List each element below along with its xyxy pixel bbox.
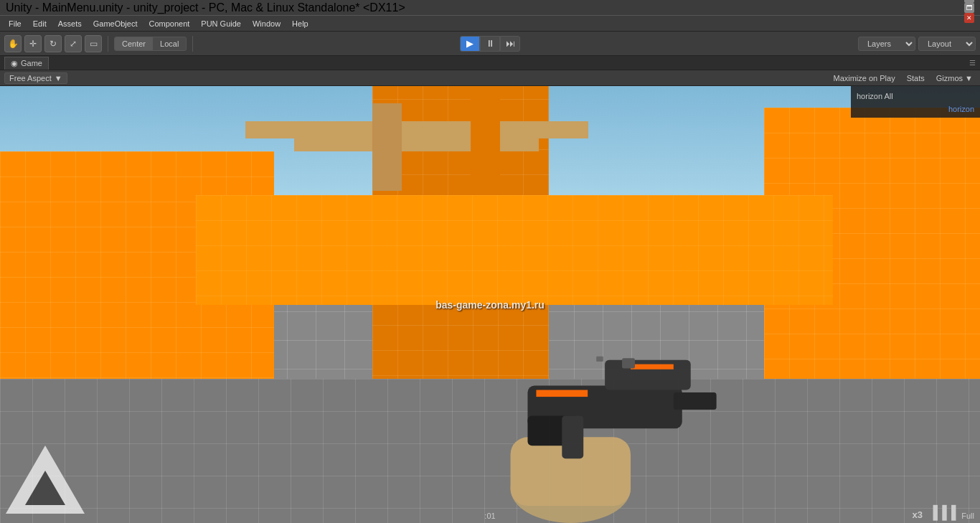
title-bar: Unity - MainMenu.unity - unity_project -… (0, 0, 980, 16)
maximize-button[interactable]: 🗖 (964, 3, 974, 13)
horizon-link[interactable]: horizon (851, 103, 980, 115)
pivot-group: Center Local (114, 37, 187, 51)
menu-component[interactable]: Component (143, 18, 195, 29)
svg-rect-10 (597, 357, 604, 362)
toolbar: ✋ ✛ ↻ ⤢ ▭ Center Local ▶ ⏸ ⏭ Layers Layo… (0, 32, 980, 56)
title-text: Unity - MainMenu.unity - unity_project -… (6, 1, 405, 14)
layout-dropdown[interactable]: Layout (918, 37, 976, 51)
unity-logo (6, 446, 92, 517)
minimize-button[interactable]: 🗕 (964, 0, 974, 3)
menu-help[interactable]: Help (286, 18, 314, 29)
play-controls: ▶ ⏸ ⏭ (460, 36, 520, 52)
menu-window[interactable]: Window (247, 18, 286, 29)
gizmos-btn[interactable]: Gizmos ▼ (933, 73, 976, 83)
toolbar-sep-1 (108, 36, 108, 52)
beam-h1 (245, 121, 588, 138)
horizon-all-row: horizon All (851, 89, 980, 103)
game-tab-label: Game (21, 59, 42, 67)
svg-rect-5 (537, 390, 588, 397)
menu-pun-guide[interactable]: PUN Guide (195, 18, 247, 29)
layers-dropdown[interactable]: Layers (858, 37, 915, 51)
rect-tool-button[interactable]: ▭ (85, 35, 102, 52)
svg-rect-8 (562, 415, 584, 458)
gizmos-arrow: ▼ (965, 74, 973, 83)
beam-v1 (372, 103, 402, 191)
menu-file[interactable]: File (3, 18, 27, 29)
bars-icon: ▐▐▐ (928, 505, 956, 520)
center-button[interactable]: Center (115, 37, 153, 50)
aspect-arrow: ▼ (55, 74, 62, 83)
toolbar-right: Layers Layout (858, 37, 976, 51)
move-tool-button[interactable]: ✛ (24, 35, 42, 52)
aspect-dropdown[interactable]: Free Aspect ▼ (4, 72, 67, 84)
local-button[interactable]: Local (153, 37, 186, 50)
game-toolbar-right: Maximize on Play Stats Gizmos ▼ (830, 73, 976, 83)
weapon-view (392, 283, 783, 523)
stats-btn[interactable]: Stats (904, 73, 928, 83)
game-tab[interactable]: ◉ Game (4, 57, 49, 70)
beam-v2 (471, 86, 500, 195)
menu-edit[interactable]: Edit (27, 18, 52, 29)
game-tab-icon: ◉ (11, 59, 18, 68)
bottom-right-area: x3 ▐▐▐ Full (913, 505, 974, 520)
menu-bar: File Edit Assets GameObject Component PU… (0, 16, 980, 32)
panel-options-icon[interactable]: ☰ (969, 59, 976, 67)
step-button[interactable]: ⏭ (500, 36, 520, 52)
play-button[interactable]: ▶ (460, 36, 480, 52)
aspect-label: Free Aspect (9, 74, 52, 83)
game-toolbar: Free Aspect ▼ Maximize on Play Stats Giz… (0, 70, 980, 86)
svg-rect-7 (674, 392, 717, 410)
maximize-on-play-btn[interactable]: Maximize on Play (830, 73, 897, 83)
game-panel-header: ◉ Game ☰ (0, 56, 980, 70)
bottom-counter: :01 (484, 512, 495, 520)
pause-button[interactable]: ⏸ (480, 36, 500, 52)
scene-canvas: bas-game-zona.my1.ru horizon All horizon… (0, 86, 980, 523)
toolbar-sep-2 (192, 36, 193, 52)
horizon-all-text: horizon All (857, 92, 893, 100)
right-panel: horizon All horizon (851, 86, 980, 118)
svg-rect-6 (631, 364, 674, 369)
game-view: bas-game-zona.my1.ru horizon All horizon… (0, 86, 980, 523)
beam-h2 (294, 138, 540, 151)
gizmos-label: Gizmos (936, 74, 963, 83)
menu-assets[interactable]: Assets (52, 18, 88, 29)
full-label: Full (961, 512, 974, 520)
fps-x3-label: x3 (913, 509, 923, 520)
menu-gameobject[interactable]: GameObject (88, 18, 143, 29)
rotate-tool-button[interactable]: ↻ (44, 35, 62, 52)
hand-tool-button[interactable]: ✋ (4, 35, 22, 52)
scale-tool-button[interactable]: ⤢ (65, 35, 82, 52)
svg-rect-9 (622, 358, 635, 368)
title-controls: 🗕 🗖 ✕ (964, 0, 974, 23)
close-button[interactable]: ✕ (964, 13, 974, 23)
